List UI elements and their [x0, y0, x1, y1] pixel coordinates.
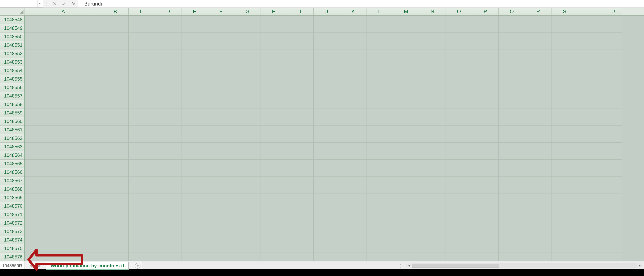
- cell[interactable]: [208, 194, 234, 202]
- cell[interactable]: [102, 58, 128, 66]
- cell[interactable]: [261, 202, 287, 210]
- cell[interactable]: [552, 109, 578, 117]
- cell[interactable]: [525, 227, 552, 236]
- cell[interactable]: [472, 177, 499, 185]
- cell[interactable]: [314, 117, 340, 126]
- cell[interactable]: [128, 194, 155, 202]
- cell[interactable]: [472, 236, 499, 244]
- cell[interactable]: [472, 134, 499, 143]
- cell[interactable]: [314, 15, 340, 24]
- cell[interactable]: [287, 151, 314, 160]
- cell[interactable]: [499, 177, 525, 185]
- cell[interactable]: [419, 92, 446, 100]
- cell[interactable]: [525, 100, 552, 109]
- cell[interactable]: [24, 117, 102, 126]
- cell[interactable]: [340, 202, 366, 210]
- row-header[interactable]: 1048552: [0, 49, 24, 58]
- cell[interactable]: [578, 32, 604, 41]
- row-header[interactable]: 1048555: [0, 75, 24, 83]
- cell[interactable]: [102, 227, 128, 236]
- cell[interactable]: [314, 134, 340, 143]
- cell[interactable]: [182, 194, 208, 202]
- cell[interactable]: [128, 219, 155, 227]
- row-header[interactable]: 1048567: [0, 177, 24, 185]
- cell[interactable]: [552, 126, 578, 134]
- cell[interactable]: [128, 75, 155, 83]
- cell[interactable]: [340, 194, 366, 202]
- cell[interactable]: [366, 227, 393, 236]
- cell[interactable]: [525, 202, 552, 210]
- cell[interactable]: [419, 126, 446, 134]
- row-header[interactable]: 1048570: [0, 202, 24, 210]
- cell[interactable]: [155, 49, 182, 58]
- cell[interactable]: [578, 244, 604, 253]
- cell[interactable]: [419, 194, 446, 202]
- cell[interactable]: [552, 168, 578, 177]
- cell[interactable]: [472, 244, 499, 253]
- cell[interactable]: [102, 24, 128, 32]
- cell[interactable]: [446, 58, 472, 66]
- cell[interactable]: [472, 210, 499, 219]
- cell[interactable]: [578, 92, 604, 100]
- cell[interactable]: [472, 253, 499, 261]
- cell[interactable]: [419, 117, 446, 126]
- cell[interactable]: [261, 236, 287, 244]
- cell[interactable]: [578, 236, 604, 244]
- cell[interactable]: [128, 117, 155, 126]
- cell[interactable]: [525, 117, 552, 126]
- cell[interactable]: [208, 236, 234, 244]
- cell[interactable]: [314, 49, 340, 58]
- cell[interactable]: [234, 194, 261, 202]
- cell[interactable]: [182, 185, 208, 194]
- cell[interactable]: [234, 160, 261, 168]
- cell[interactable]: [419, 151, 446, 160]
- cell[interactable]: [472, 41, 499, 49]
- cell[interactable]: [578, 177, 604, 185]
- cell[interactable]: [472, 219, 499, 227]
- cell[interactable]: [393, 117, 419, 126]
- cell[interactable]: [182, 75, 208, 83]
- cell[interactable]: [128, 100, 155, 109]
- cell[interactable]: [287, 49, 314, 58]
- cell[interactable]: [24, 15, 102, 24]
- cell[interactable]: [24, 168, 102, 177]
- cell[interactable]: [472, 15, 499, 24]
- cell[interactable]: [419, 41, 446, 49]
- cell[interactable]: [446, 66, 472, 75]
- cell[interactable]: [155, 210, 182, 219]
- row-header[interactable]: 1048559: [0, 109, 24, 117]
- cell[interactable]: [182, 202, 208, 210]
- cell[interactable]: [552, 227, 578, 236]
- cell[interactable]: [366, 202, 393, 210]
- cell[interactable]: [314, 58, 340, 66]
- cell[interactable]: [182, 151, 208, 160]
- cell[interactable]: [393, 194, 419, 202]
- cell[interactable]: [446, 83, 472, 92]
- cell[interactable]: [287, 177, 314, 185]
- cell[interactable]: [499, 32, 525, 41]
- cell[interactable]: [340, 49, 366, 58]
- cell[interactable]: [102, 100, 128, 109]
- column-header[interactable]: G: [234, 8, 261, 15]
- cell[interactable]: [525, 83, 552, 92]
- cell[interactable]: [604, 32, 622, 41]
- cell[interactable]: [604, 168, 622, 177]
- cell[interactable]: [234, 15, 261, 24]
- cell[interactable]: [128, 83, 155, 92]
- cell[interactable]: [155, 100, 182, 109]
- cell[interactable]: [604, 83, 622, 92]
- cell[interactable]: [261, 92, 287, 100]
- cell[interactable]: [261, 117, 287, 126]
- cell[interactable]: [419, 143, 446, 151]
- cell[interactable]: [472, 227, 499, 236]
- cell[interactable]: [578, 194, 604, 202]
- cell[interactable]: [24, 151, 102, 160]
- cell[interactable]: [208, 202, 234, 210]
- cell[interactable]: [128, 24, 155, 32]
- cell[interactable]: [393, 210, 419, 219]
- cell[interactable]: [499, 24, 525, 32]
- cell[interactable]: [366, 32, 393, 41]
- cell[interactable]: [155, 92, 182, 100]
- cell[interactable]: [419, 24, 446, 32]
- cell[interactable]: [102, 177, 128, 185]
